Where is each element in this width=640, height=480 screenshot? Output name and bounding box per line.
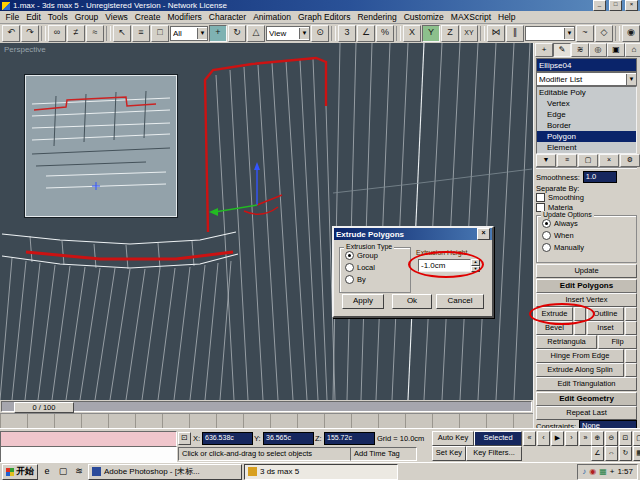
show-end-result-icon[interactable]: ≡ xyxy=(557,154,577,167)
outline-button[interactable]: Outline xyxy=(587,307,624,321)
radio-when[interactable]: When xyxy=(542,231,636,240)
menu-tools[interactable]: Tools xyxy=(44,12,71,22)
bevel-settings-icon[interactable] xyxy=(574,321,586,335)
bind-spacewarp-icon[interactable]: ≈ xyxy=(86,25,104,42)
retriangulate-button[interactable]: Retriangula xyxy=(536,335,597,349)
repeat-last-button[interactable]: Repeat Last xyxy=(536,406,637,420)
stack-item-editable-poly[interactable]: Editable Poly xyxy=(537,87,636,98)
radio-icon[interactable] xyxy=(542,231,551,240)
cancel-button[interactable]: Cancel xyxy=(436,294,484,309)
select-and-scale-icon[interactable]: △ xyxy=(247,25,265,42)
configure-stack-icon[interactable]: ⚙ xyxy=(620,154,640,167)
set-key-button[interactable]: Set Key xyxy=(432,446,466,461)
schematic-view-icon[interactable]: ◇ xyxy=(595,25,613,42)
bevel-button[interactable]: Bevel xyxy=(536,321,573,335)
start-button[interactable]: 开始 xyxy=(2,464,38,480)
field-of-view-icon[interactable]: ∠ xyxy=(591,446,604,461)
add-time-tag[interactable]: Add Time Tag xyxy=(350,447,417,461)
radio-icon[interactable] xyxy=(345,251,354,260)
radio-local[interactable]: Local xyxy=(345,263,410,272)
next-frame-icon[interactable]: › xyxy=(565,431,578,446)
radio-icon[interactable] xyxy=(345,275,354,284)
stack-item-polygon[interactable]: Polygon xyxy=(537,131,636,142)
material-editor-icon[interactable]: ◉ xyxy=(622,25,640,42)
remove-modifier-icon[interactable]: × xyxy=(599,154,619,167)
tray-volume-icon[interactable]: ♪ xyxy=(582,466,586,478)
quick-launch-desktop-icon[interactable]: ▢ xyxy=(56,465,70,479)
z-coord-field[interactable]: 155.72c xyxy=(324,432,375,445)
flip-button[interactable]: Flip xyxy=(598,335,637,349)
previous-frame-icon[interactable]: ‹ xyxy=(537,431,550,446)
update-button[interactable]: Update xyxy=(536,264,637,278)
task-3dsmax[interactable]: 3 ds max 5 xyxy=(244,464,398,480)
snap-3d-icon[interactable]: 3 xyxy=(338,25,356,42)
apply-button[interactable]: Apply xyxy=(342,294,384,309)
dialog-close-icon[interactable]: × xyxy=(477,228,490,240)
radio-by-polygon[interactable]: By xyxy=(345,275,410,284)
edit-geometry-rollout-header[interactable]: Edit Geometry xyxy=(536,392,637,406)
extrude-along-spline-settings-icon[interactable] xyxy=(625,363,637,377)
make-unique-icon[interactable]: ▢ xyxy=(578,154,598,167)
tray-network-icon[interactable]: ▦ xyxy=(599,466,607,478)
menu-customize[interactable]: Customize xyxy=(400,12,447,22)
tab-create-icon[interactable]: + xyxy=(535,43,553,57)
y-coord-field[interactable]: 36.565c xyxy=(263,432,314,445)
x-coord-field[interactable]: 636.538c xyxy=(202,432,253,445)
auto-key-button[interactable]: Auto Key xyxy=(432,431,474,446)
min-max-toggle-icon[interactable]: ▦ xyxy=(633,446,640,461)
object-name-field[interactable]: Ellipse04 xyxy=(536,58,637,72)
undo-icon[interactable]: ↶ xyxy=(2,25,20,42)
region-select-icon[interactable]: □ xyxy=(151,25,169,42)
selection-lock-icon[interactable]: ⊡ xyxy=(178,432,191,445)
edit-polygons-rollout-header[interactable]: Edit Polygons xyxy=(536,279,637,293)
time-slider-handle[interactable]: 0 / 100 xyxy=(14,402,74,413)
go-to-start-icon[interactable]: « xyxy=(523,431,536,446)
spinner-arrows[interactable]: ▲▼ xyxy=(471,259,480,272)
menu-animation[interactable]: Animation xyxy=(250,12,295,22)
tray-ime-icon[interactable]: + xyxy=(610,466,615,478)
dialog-title-bar[interactable]: Extrude Polygons × xyxy=(334,228,492,240)
task-photoshop[interactable]: Adobe Photoshop - [未标... xyxy=(88,464,242,480)
menu-edit[interactable]: Edit xyxy=(23,12,45,22)
menu-maxscript[interactable]: MAXScript xyxy=(447,12,494,22)
radio-icon[interactable] xyxy=(542,219,551,228)
extrude-button[interactable]: Extrude xyxy=(536,307,573,321)
zoom-icon[interactable]: ⊕ xyxy=(591,431,604,446)
inset-settings-icon[interactable] xyxy=(625,321,637,335)
unlink-icon[interactable]: ≠ xyxy=(67,25,85,42)
menu-help[interactable]: Help xyxy=(495,12,519,22)
menu-file[interactable]: File xyxy=(2,12,23,22)
mirror-icon[interactable]: ⋈ xyxy=(487,25,505,42)
insert-vertex-button[interactable]: Insert Vertex xyxy=(536,293,637,307)
select-by-name-icon[interactable]: ≡ xyxy=(132,25,150,42)
ok-button[interactable]: Ok xyxy=(392,294,432,309)
perspective-viewport[interactable]: Perspective xyxy=(0,43,533,400)
radio-manually[interactable]: Manually xyxy=(542,243,636,252)
extrusion-height-input[interactable]: -1.0cm xyxy=(418,259,471,272)
smoothness-spinner[interactable]: 1.0 xyxy=(583,171,617,183)
menu-character[interactable]: Character xyxy=(205,12,249,22)
axis-z-button[interactable]: Z xyxy=(441,25,459,42)
menu-create[interactable]: Create xyxy=(131,12,164,22)
time-slider[interactable]: 0 / 100 xyxy=(0,400,533,413)
select-and-move-icon[interactable]: + xyxy=(209,25,227,42)
stack-item-element[interactable]: Element xyxy=(537,142,636,153)
radio-group[interactable]: Group xyxy=(345,251,410,260)
edit-triangulation-button[interactable]: Edit Triangulation xyxy=(536,377,637,391)
angle-snap-icon[interactable]: ∠ xyxy=(357,25,375,42)
zoom-all-icon[interactable]: ⊖ xyxy=(605,431,618,446)
quick-launch-ie-icon[interactable]: e xyxy=(40,465,54,479)
maxscript-macro-recorder[interactable] xyxy=(0,431,177,447)
menu-modifiers[interactable]: Modifiers xyxy=(164,12,205,22)
axis-x-button[interactable]: X xyxy=(403,25,421,42)
tab-modify-icon[interactable]: ✎ xyxy=(553,43,571,57)
play-icon[interactable]: ▶ xyxy=(551,431,564,446)
percent-snap-icon[interactable]: % xyxy=(376,25,394,42)
tab-hierarchy-icon[interactable]: ≋ xyxy=(571,43,589,57)
menu-rendering[interactable]: Rendering xyxy=(354,12,400,22)
minimize-button[interactable]: _ xyxy=(593,0,606,11)
tray-antivirus-icon[interactable]: ◉ xyxy=(589,466,596,478)
modifier-list-select[interactable]: Modifier List ▼ xyxy=(536,72,637,86)
align-icon[interactable]: ∥ xyxy=(506,25,524,42)
constraints-select[interactable]: None xyxy=(579,420,637,428)
